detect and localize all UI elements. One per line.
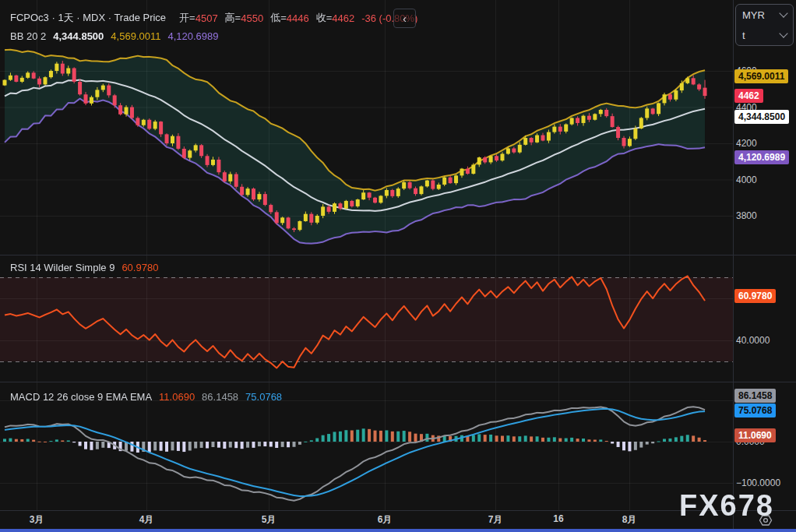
trading-chart-app: FCPOc3 · 1天 · MDX · Trade Price 开=4507 高…	[0, 0, 796, 532]
macd-line-value: 86.1458	[202, 391, 238, 403]
ohlc-close: 收=4462	[316, 11, 355, 25]
ohlc-high: 高=4550	[225, 11, 264, 25]
price-axis-tick: 4200	[736, 138, 757, 149]
macd-title[interactable]: MACD 12 26 close 9 EMA EMA	[10, 391, 152, 403]
main-legend[interactable]: FCPOc3 · 1天 · MDX · Trade Price 开=4507 高…	[10, 11, 417, 25]
rsi-axis-badge: 60.9780	[734, 289, 776, 303]
time-axis-label: 4月	[139, 513, 154, 527]
time-axis-label: 3月	[30, 513, 44, 527]
rsi-legend[interactable]: RSI 14 Wilder Simple 9 60.9780	[10, 262, 158, 273]
rsi-axis-tick: 40.0000	[736, 335, 770, 346]
currency-dropdown[interactable]: MYR	[736, 5, 793, 25]
watermark: FX678	[679, 489, 774, 523]
rsi-title[interactable]: RSI 14 Wilder Simple 9	[10, 262, 114, 273]
currency-label: MYR	[742, 9, 765, 21]
price-axis-badge: 4,569.0011	[734, 69, 788, 83]
price-axis-badge: 4462	[734, 89, 763, 103]
chevron-down-icon	[779, 29, 787, 37]
collapse-legend-button[interactable]: ‹	[393, 9, 416, 28]
price-axis-tick: 3800	[736, 210, 757, 221]
macd-hist-value: 11.0690	[159, 391, 195, 403]
time-axis-label: 7月	[488, 513, 503, 527]
currency-unit-selector: MYR t	[735, 4, 794, 46]
unit-label: t	[742, 30, 745, 41]
price-axis-badge: 4,120.6989	[734, 150, 789, 164]
time-axis-label: 6月	[378, 513, 393, 527]
unit-dropdown[interactable]: t	[736, 25, 793, 45]
time-axis-border	[0, 510, 796, 511]
time-axis-label: 16	[553, 513, 563, 524]
price-axis-tick: 4000	[736, 174, 757, 185]
time-axis-label: 5月	[262, 513, 276, 527]
macd-axis-tick: −100.0000	[736, 477, 780, 488]
rsi-value: 60.9780	[122, 262, 158, 273]
macd-axis-badge: 75.0768	[734, 403, 776, 417]
chevron-down-icon	[779, 9, 787, 17]
loading-bar	[0, 529, 796, 532]
ohlc-group: 开=4507 高=4550 低=4446 收=4462 -36 (-0.80%)	[179, 11, 417, 25]
macd-signal-value: 75.0768	[245, 391, 282, 403]
macd-axis-badge: 11.0690	[734, 428, 776, 442]
price-axis-border	[733, 0, 734, 529]
bb-title[interactable]: BB 20 2	[10, 30, 46, 42]
bb-lower-value: 4,120.6989	[167, 30, 218, 42]
bb-legend[interactable]: BB 20 2 4,344.8500 4,569.0011 4,120.6989	[10, 30, 219, 42]
price-axis-badge: 4,344.8500	[734, 110, 789, 124]
macd-legend[interactable]: MACD 12 26 close 9 EMA EMA 11.0690 86.14…	[10, 391, 282, 403]
macd-axis-badge: 86.1458	[734, 389, 776, 403]
pane-separator[interactable]	[0, 382, 796, 382]
bb-upper-value: 4,569.0011	[111, 30, 160, 42]
ohlc-low: 低=4446	[270, 11, 309, 25]
pane-separator[interactable]	[0, 255, 796, 255]
chevron-left-icon: ‹	[403, 12, 407, 25]
symbol-title[interactable]: FCPOc3 · 1天 · MDX · Trade Price	[10, 11, 166, 25]
bb-basis-value: 4,344.8500	[53, 30, 104, 42]
ohlc-open: 开=4507	[179, 11, 218, 25]
time-axis-label: 8月	[622, 513, 637, 527]
